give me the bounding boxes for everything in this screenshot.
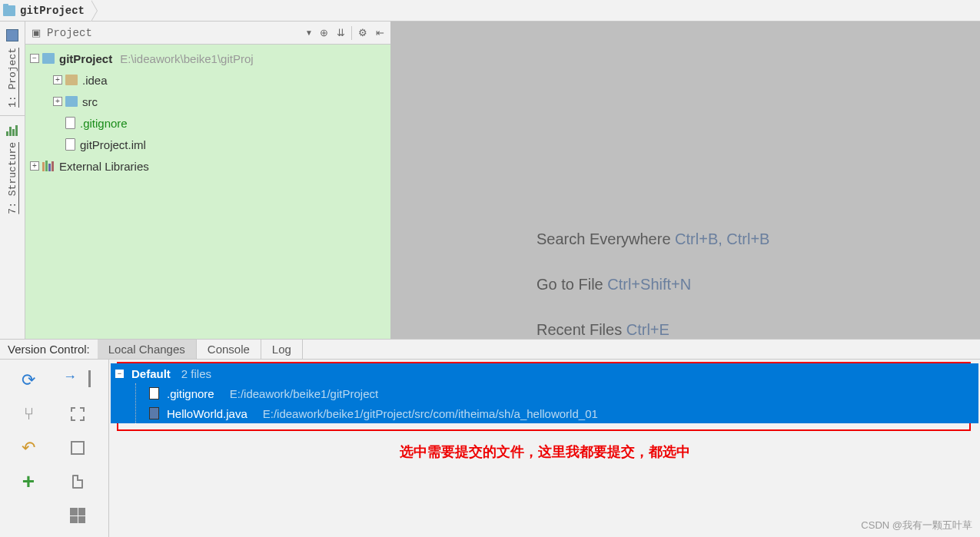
locate-icon[interactable]: ⊕ — [317, 27, 330, 39]
file-icon — [149, 387, 159, 399]
changelist-count: 2 files — [181, 367, 211, 380]
folder-icon — [65, 96, 78, 107]
breadcrumb-item[interactable]: gitProject — [0, 0, 91, 21]
hint-label: Go to File — [537, 276, 603, 293]
library-icon — [42, 161, 55, 171]
changes-area: − Default 2 files .gitignore E:/ideawork… — [109, 360, 980, 537]
changelist-header[interactable]: − Default 2 files — [111, 363, 978, 383]
project-tool-icon — [6, 29, 18, 41]
tree-toggle-icon[interactable]: + — [53, 97, 62, 106]
hint-label: Recent Files — [537, 321, 622, 338]
folder-icon — [65, 75, 78, 85]
tree-item-label: .idea — [82, 74, 108, 87]
tree-external-libs[interactable]: + External Libraries — [27, 155, 389, 177]
hint-label: Search Everywhere — [537, 230, 671, 247]
tree-item-label: External Libraries — [59, 160, 149, 173]
breadcrumb: gitProject — [0, 0, 980, 22]
gutter-project-label: 1: Project — [7, 45, 18, 111]
folder-icon — [42, 53, 55, 64]
hint-goto: Go to File Ctrl+Shift+N — [537, 276, 980, 293]
tree-toggle-icon[interactable]: + — [30, 161, 39, 171]
changelist-file-path: E:/ideawork/beike1/gitProject/src/com/it… — [263, 407, 598, 420]
hint-recent: Recent Files Ctrl+E — [537, 321, 980, 339]
group-button[interactable] — [55, 433, 100, 462]
changelist[interactable]: − Default 2 files .gitignore E:/ideawork… — [111, 363, 978, 423]
tree-item-label: .gitignore — [80, 117, 128, 130]
editor-empty-hints: Search Everywhere Ctrl+B, Ctrl+B Go to F… — [390, 22, 980, 339]
hide-icon[interactable]: ⇤ — [374, 27, 386, 39]
project-view-icon: ▣ — [30, 27, 42, 39]
breadcrumb-label: gitProject — [20, 5, 85, 17]
tab-local-changes[interactable]: Local Changes — [98, 340, 197, 359]
vc-toolbar: ⟳ → ⑂ ↶ + — [0, 360, 109, 537]
tab-log[interactable]: Log — [261, 340, 303, 359]
shelve-button[interactable] — [55, 399, 100, 429]
branch-button[interactable]: ⑂ — [6, 399, 51, 429]
hint-keys: Ctrl+B, Ctrl+B — [675, 230, 769, 247]
changelist-name: Default — [131, 367, 171, 380]
tab-console[interactable]: Console — [197, 340, 261, 359]
hint-keys: Ctrl+E — [626, 321, 669, 338]
gutter-project[interactable]: 1: Project — [6, 22, 18, 115]
tree-toggle-icon[interactable]: + — [53, 75, 62, 85]
project-panel: ▣ Project ▼ ⊕ ⇊ ⚙ ⇤ − gitProject E:\idea… — [25, 22, 390, 339]
project-tree[interactable]: − gitProject E:\ideawork\beike1\gitProj … — [25, 45, 390, 180]
tree-toggle-icon[interactable]: − — [115, 370, 124, 378]
tree-toggle-icon[interactable]: − — [30, 54, 39, 63]
revert-button[interactable]: ↶ — [6, 433, 51, 462]
collapse-all-icon[interactable]: ⇊ — [334, 27, 347, 39]
watermark: CSDN @我有一颗五叶草 — [861, 519, 972, 532]
file-icon — [65, 117, 75, 129]
main-area: 1: Project 7: Structure ▣ Project ▼ ⊕ ⇊ … — [0, 22, 980, 339]
tree-item-label: src — [82, 95, 98, 108]
divider — [351, 26, 352, 40]
changelist-item[interactable]: .gitignore E:/ideawork/beike1/gitProject — [111, 383, 978, 403]
hint-keys: Ctrl+Shift+N — [607, 276, 691, 293]
gutter-structure-label: 7: Structure — [7, 139, 18, 217]
refresh-button[interactable]: ⟳ — [6, 366, 51, 395]
project-panel-header: ▣ Project ▼ ⊕ ⇊ ⚙ ⇤ — [25, 22, 390, 45]
file-icon — [65, 138, 75, 151]
commit-button[interactable]: → — [55, 366, 100, 395]
changelist-item[interactable]: HelloWorld.java E:/ideawork/beike1/gitPr… — [111, 403, 978, 423]
hint-search: Search Everywhere Ctrl+B, Ctrl+B — [537, 230, 980, 248]
structure-tool-icon — [6, 124, 18, 136]
changelist-file-path: E:/ideawork/beike1/gitProject — [230, 387, 378, 400]
annotation-text: 选中需要提交的文件，这里我都要提交，都选中 — [109, 443, 980, 461]
diff-button[interactable] — [55, 467, 100, 496]
tree-item-label: gitProject.iml — [80, 138, 146, 151]
java-file-icon — [149, 407, 159, 419]
changelist-file-name: .gitignore — [167, 387, 214, 400]
vc-label: Version Control: — [0, 340, 98, 359]
add-button[interactable]: + — [6, 467, 51, 496]
vc-panel: ⟳ → ⑂ ↶ + − Default 2 files .gitignore E… — [0, 360, 980, 537]
gutter-structure[interactable]: 7: Structure — [6, 116, 18, 222]
changelist-file-name: HelloWorld.java — [167, 407, 247, 420]
tree-item-idea[interactable]: + .idea — [27, 69, 389, 91]
tree-item-gitignore[interactable]: .gitignore — [27, 112, 389, 134]
preview-button[interactable] — [55, 501, 100, 530]
folder-icon — [3, 5, 15, 16]
tree-item-iml[interactable]: gitProject.iml — [27, 134, 389, 155]
tree-root[interactable]: − gitProject E:\ideawork\beike1\gitProj — [27, 48, 389, 69]
tree-item-src[interactable]: + src — [27, 91, 389, 112]
view-dropdown-icon[interactable]: ▼ — [305, 28, 313, 37]
version-control-tabs: Version Control: Local Changes Console L… — [0, 339, 980, 360]
tree-root-path: E:\ideawork\beike1\gitProj — [120, 52, 253, 65]
left-gutter: 1: Project 7: Structure — [0, 22, 25, 339]
tree-guide — [135, 383, 136, 423]
panel-title[interactable]: Project — [47, 27, 92, 39]
tree-root-name: gitProject — [59, 52, 112, 65]
gear-icon[interactable]: ⚙ — [357, 27, 369, 39]
